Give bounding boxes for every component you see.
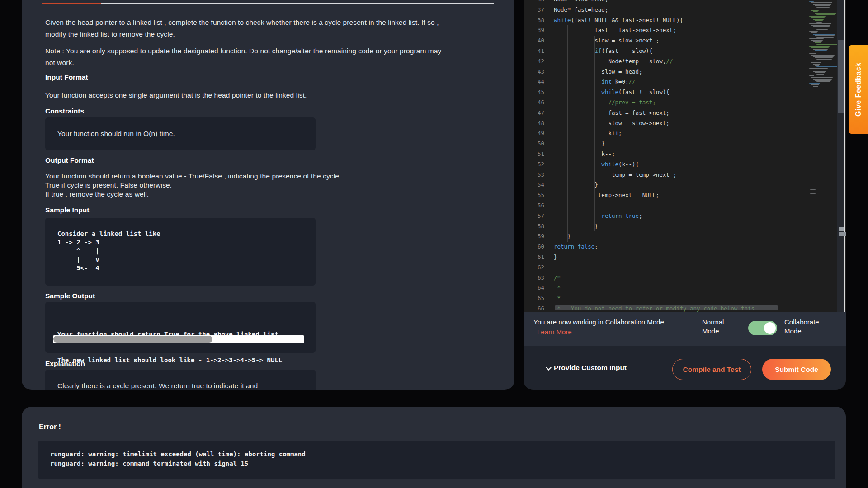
output-format-heading: Output Format	[45, 156, 94, 164]
give-feedback-tab[interactable]: Give Feedback	[849, 45, 868, 134]
line-number: 43	[524, 67, 544, 77]
minimap-mark	[816, 14, 835, 15]
editor-line: 44 int k=0;//	[524, 77, 846, 87]
minimap-mark	[815, 65, 819, 66]
minimap-mark	[816, 7, 830, 8]
minimap-mark	[809, 31, 818, 32]
line-code: Node* slow=head;	[544, 0, 608, 5]
learn-more-link[interactable]: Learn More	[537, 328, 572, 336]
minimap-mark	[815, 42, 821, 43]
minimap-mark	[815, 50, 827, 51]
line-code: slow = slow->next;	[544, 118, 670, 129]
minimap-mark	[816, 22, 822, 23]
line-code: int k=0;//	[544, 77, 636, 87]
editor-minimap[interactable]	[809, 0, 837, 312]
minimap-mark	[811, 84, 819, 85]
sample-output-scrollbar-thumb[interactable]	[53, 336, 212, 343]
minimap-mark	[813, 19, 824, 20]
collaboration-mode-toggle[interactable]	[748, 321, 777, 335]
editor-line: 47 fast = fast->next;	[524, 108, 846, 118]
line-code: slow = head;	[544, 67, 642, 77]
line-code: while(k--){	[544, 160, 639, 170]
line-number: 49	[524, 128, 544, 139]
minimap-mark	[809, 16, 826, 17]
minimap-mark	[816, 81, 830, 82]
line-number: 45	[524, 87, 544, 98]
minimap-mark	[813, 11, 818, 12]
line-code: }	[544, 231, 571, 242]
editor-line: 39 fast = fast->next->next;	[524, 25, 846, 36]
minimap-mark	[811, 70, 827, 70]
line-code: }	[544, 139, 605, 149]
line-code: temp = temp->next ;	[544, 170, 676, 180]
line-number: 38	[524, 15, 544, 26]
submit-code-button[interactable]: Submit Code	[762, 359, 831, 380]
output-format-line: Your function should return a boolean va…	[45, 172, 341, 181]
editor-line: 53 temp = temp->next ;	[524, 170, 846, 180]
sample-input-heading: Sample Input	[45, 206, 89, 214]
editor-line: 40 slow = slow->next ;	[524, 36, 846, 46]
editor-line: 60return false;	[524, 242, 846, 252]
sample-output-scrollbar[interactable]	[53, 335, 304, 343]
editor-line: 58 }	[524, 221, 846, 232]
minimap-mark	[813, 4, 831, 5]
minimap-mark	[811, 10, 819, 11]
normal-mode-line: Normal	[702, 318, 724, 327]
minimap-mark	[809, 83, 820, 84]
error-title: Error !	[39, 423, 61, 431]
line-code: Node*temp = slow;//	[544, 56, 673, 67]
collaborate-mode-line: Collaborate	[784, 318, 819, 327]
output-format-text: Your function should return a boolean va…	[45, 172, 341, 199]
code-lines[interactable]: 36Node* slow=head;37Node* fast=head;38wh…	[524, 0, 846, 312]
sample-output-line: The new linked list should look like - 1…	[57, 356, 282, 365]
line-number: 65	[524, 293, 544, 304]
line-number: 66	[524, 304, 544, 312]
line-code: }	[544, 180, 598, 190]
editor-horizontal-scrollbar[interactable]	[555, 305, 778, 310]
minimap-mark	[810, 193, 816, 194]
constraints-box: Your function should run in O(n) time.	[45, 117, 316, 150]
collaboration-bar: You are now working in Collaboration Mod…	[524, 312, 846, 346]
editor-line: 52 while(k--){	[524, 160, 846, 170]
statement-line: Given the head pointer to a linked list …	[45, 17, 439, 28]
minimap-mark	[811, 25, 830, 26]
code-editor[interactable]: 36Node* slow=head;37Node* fast=head;38wh…	[524, 0, 846, 312]
error-log-line: runguard: warning: timelimit exceeded (w…	[50, 450, 306, 459]
line-code: }	[544, 221, 598, 232]
toggle-knob-icon	[764, 322, 776, 334]
minimap-mark	[811, 47, 829, 48]
editor-line: 43 slow = head;	[524, 67, 846, 77]
constraints-heading: Constraints	[45, 107, 84, 115]
splitter-handle-icon[interactable]	[839, 232, 846, 236]
compile-and-test-button[interactable]: Compile and Test	[672, 359, 751, 380]
line-number: 61	[524, 252, 544, 263]
splitter-handle-icon[interactable]	[839, 227, 844, 231]
line-number: 52	[524, 160, 544, 170]
line-number: 62	[524, 263, 544, 273]
line-code: Node* fast=head;	[544, 5, 608, 15]
line-number: 47	[524, 108, 544, 118]
minimap-mark	[809, 38, 824, 39]
normal-mode-line: Mode	[702, 327, 724, 336]
line-code: *	[544, 283, 561, 293]
minimap-mark	[811, 55, 835, 56]
line-number: 40	[524, 36, 544, 46]
minimap-mark	[815, 28, 829, 28]
minimap-mark	[809, 75, 814, 76]
line-number: 50	[524, 139, 544, 149]
minimap-mark	[813, 34, 835, 35]
editor-line: 65 *	[524, 293, 846, 304]
editor-vertical-scrollbar-thumb[interactable]	[838, 40, 844, 113]
line-number: 46	[524, 98, 544, 108]
note-line: not work.	[45, 57, 441, 69]
line-code: return false;	[544, 242, 598, 252]
line-code: while(fast!=NULL && fast->next!=NULL){	[544, 15, 683, 26]
line-code: return true;	[544, 211, 642, 221]
error-log-box: runguard: warning: timelimit exceeded (w…	[38, 441, 835, 479]
line-number: 54	[524, 180, 544, 190]
minimap-mark	[815, 80, 831, 81]
line-number: 41	[524, 46, 544, 56]
editor-vertical-scrollbar[interactable]	[837, 0, 844, 312]
explanation-heading: Explanation	[45, 360, 85, 368]
minimap-mark	[813, 41, 822, 42]
